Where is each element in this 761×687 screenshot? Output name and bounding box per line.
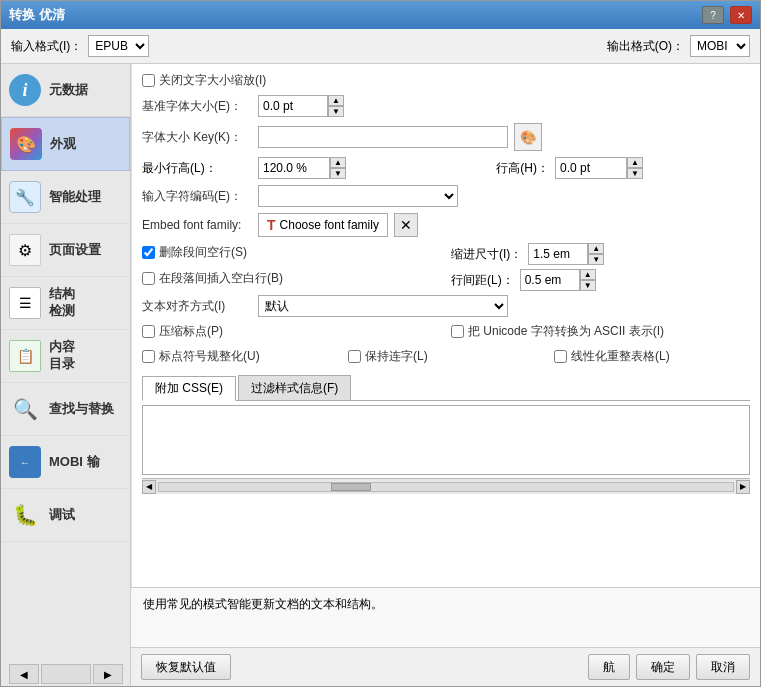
indent-spinner: ▲ ▼ (528, 243, 604, 265)
help-button[interactable]: ? (702, 6, 724, 24)
remove-para-row: 删除段间空行(S) (142, 243, 441, 261)
line-spacing-label: 行间距(L)： (451, 272, 514, 289)
scroll-left-btn[interactable]: ◀ (142, 480, 156, 494)
ok-button[interactable]: 确定 (636, 654, 690, 680)
sidebar-item-mobi[interactable]: ← MOBI 输 (1, 436, 130, 489)
normalize-punct-checkbox[interactable] (142, 350, 155, 363)
min-line-spinner: ▲ ▼ (258, 157, 453, 179)
text-align-row: 文本对齐方式(I) 默认 左对齐 右对齐 居中 (142, 295, 750, 317)
close-button[interactable]: ✕ (730, 6, 752, 24)
base-font-label: 基准字体大小(E)： (142, 98, 252, 115)
unicode-ascii-row: 把 Unicode 字符转换为 ASCII 表示(I) (451, 323, 750, 340)
line-spacing-up[interactable]: ▲ (580, 269, 596, 280)
choose-font-button[interactable]: T Choose font family (258, 213, 388, 237)
charset-select[interactable]: UTF-8 GBK (258, 185, 458, 207)
base-font-down[interactable]: ▼ (328, 106, 344, 117)
css-tabs-bar: 附加 CSS(E) 过滤样式信息(F) (142, 375, 750, 401)
scroll-thumb (331, 483, 371, 491)
cancel-button[interactable]: 取消 (696, 654, 750, 680)
sidebar-item-structure[interactable]: ☰ 结构 检测 (1, 277, 130, 330)
line-spacing-input[interactable] (520, 269, 580, 291)
font-key-label: 字体大小 Key(K)： (142, 129, 252, 146)
linearize-table-checkbox[interactable] (554, 350, 567, 363)
input-format-select[interactable]: EPUB MOBI PDF DOCX (88, 35, 149, 57)
unicode-ascii-checkbox[interactable] (451, 325, 464, 338)
remove-para-checkbox[interactable] (142, 246, 155, 259)
sidebar-item-smart[interactable]: 🔧 智能处理 (1, 171, 130, 224)
insert-blank-checkbox[interactable] (142, 272, 155, 285)
css-textarea[interactable] (142, 405, 750, 475)
checkbox-grid-2: 在段落间插入空白行(B) 行间距(L)： ▲ ▼ (142, 269, 750, 291)
min-line-up[interactable]: ▲ (330, 157, 346, 168)
preserve-ligature-row: 保持连字(L) (348, 348, 544, 365)
main-window: 转换 优清 ? ✕ 输入格式(I)： EPUB MOBI PDF DOCX 输出… (0, 0, 761, 687)
scroll-track[interactable] (158, 482, 734, 492)
output-format-select[interactable]: MOBI EPUB AZW3 (690, 35, 750, 57)
appearance-icon: 🎨 (8, 126, 44, 162)
charset-label: 输入字符编码(E)： (142, 188, 252, 205)
indent-spin-buttons: ▲ ▼ (588, 243, 604, 265)
scroll-right-btn[interactable]: ▶ (736, 480, 750, 494)
clear-font-button[interactable]: ✕ (394, 213, 418, 237)
structure-icon: ☰ (7, 285, 43, 321)
indent-down[interactable]: ▼ (588, 254, 604, 265)
horizontal-scrollbar: ◀ ▶ (142, 478, 750, 494)
font-key-picker-button[interactable]: 🎨 (514, 123, 542, 151)
compress-dots-label: 压缩标点(P) (159, 323, 223, 340)
choose-font-label: Choose font family (280, 218, 379, 232)
line-spacing-spin-buttons: ▲ ▼ (580, 269, 596, 291)
input-format-label: 输入格式(I)： (11, 38, 82, 55)
normalize-punct-row: 标点符号规整化(U) (142, 348, 338, 365)
line-spacing-row: 行间距(L)： ▲ ▼ (451, 269, 750, 291)
min-line-input[interactable] (258, 157, 330, 179)
sidebar-item-search[interactable]: 🔍 查找与替换 (1, 383, 130, 436)
embed-font-row: Embed font family: T Choose font family … (142, 213, 750, 237)
sidebar-item-debug[interactable]: 🐛 调试 (1, 489, 130, 542)
sidebar: i 元数据 🎨 外观 🔧 智能处理 ⚙ 页面设置 (1, 64, 131, 686)
line-spacing-spinner: ▲ ▼ (520, 269, 596, 291)
line-height-down[interactable]: ▼ (627, 168, 643, 179)
base-font-input[interactable] (258, 95, 328, 117)
bottom-bar: 恢复默认值 航 确定 取消 (131, 647, 760, 686)
sidebar-label-structure: 结构 (49, 286, 75, 303)
tab-css[interactable]: 附加 CSS(E) (142, 376, 236, 401)
toc-icon: 📋 (7, 338, 43, 374)
line-height-input[interactable] (555, 157, 627, 179)
preserve-ligature-checkbox[interactable] (348, 350, 361, 363)
main-content: i 元数据 🎨 外观 🔧 智能处理 ⚙ 页面设置 (1, 64, 760, 686)
line-spacing-down[interactable]: ▼ (580, 280, 596, 291)
checkbox-grid-3: 压缩标点(P) 把 Unicode 字符转换为 ASCII 表示(I) (142, 323, 750, 344)
sidebar-item-toc[interactable]: 📋 内容 目录 (1, 330, 130, 383)
min-line-down[interactable]: ▼ (330, 168, 346, 179)
text-align-select[interactable]: 默认 左对齐 右对齐 居中 (258, 295, 508, 317)
nav-button[interactable]: 航 (588, 654, 630, 680)
font-key-input[interactable] (258, 126, 508, 148)
sidebar-item-page[interactable]: ⚙ 页面设置 (1, 224, 130, 277)
disable-font-checkbox[interactable] (142, 74, 155, 87)
sidebar-item-metadata[interactable]: i 元数据 (1, 64, 130, 117)
sidebar-label-appearance: 外观 (50, 135, 76, 153)
line-height-up[interactable]: ▲ (627, 157, 643, 168)
clear-icon: ✕ (400, 217, 412, 233)
linearize-table-label: 线性化重整表格(L) (571, 348, 670, 365)
indent-up[interactable]: ▲ (588, 243, 604, 254)
unicode-ascii-label: 把 Unicode 字符转换为 ASCII 表示(I) (468, 323, 664, 340)
sidebar-scroll-track[interactable] (41, 664, 91, 684)
tab-filter-style[interactable]: 过滤样式信息(F) (238, 375, 351, 400)
indent-label: 缩进尺寸(I)： (451, 246, 522, 263)
reset-button[interactable]: 恢复默认值 (141, 654, 231, 680)
sidebar-scroll-right[interactable]: ▶ (93, 664, 123, 684)
sidebar-item-appearance[interactable]: 🎨 外观 (1, 117, 130, 171)
sidebar-label-metadata: 元数据 (49, 81, 88, 99)
bug-icon: 🐛 (7, 497, 43, 533)
info-icon: i (7, 72, 43, 108)
compress-dots-checkbox[interactable] (142, 325, 155, 338)
indent-input[interactable] (528, 243, 588, 265)
linearize-table-row: 线性化重整表格(L) (554, 348, 750, 365)
base-font-up[interactable]: ▲ (328, 95, 344, 106)
window-title: 转换 优清 (9, 6, 65, 24)
preserve-ligature-label: 保持连字(L) (365, 348, 428, 365)
sidebar-scroll-left[interactable]: ◀ (9, 664, 39, 684)
line-height-spinner: ▲ ▼ (555, 157, 750, 179)
text-align-label: 文本对齐方式(I) (142, 298, 252, 315)
